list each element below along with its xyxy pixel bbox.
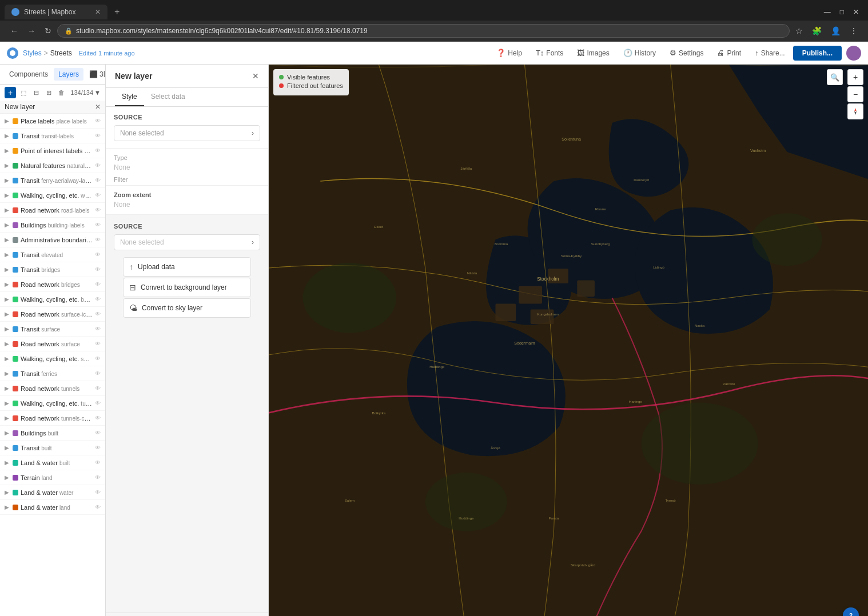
layer-item-place-labels[interactable]: ▶ Place labels place-labels 👁	[0, 114, 105, 129]
add-layer-btn[interactable]: +	[5, 87, 16, 98]
print-btn[interactable]: 🖨 Print	[711, 46, 747, 59]
window-close-btn[interactable]: ✕	[849, 6, 863, 18]
eye-icon[interactable]: 👁	[95, 296, 101, 302]
bookmark-btn[interactable]: ☆	[792, 24, 806, 38]
eye-icon[interactable]: 👁	[95, 385, 101, 391]
layer-item-walk-tunnels[interactable]: ▶ Walking, cycling, etc. tunnels 👁	[0, 396, 105, 411]
layer-item-road-tunnels-case[interactable]: ▶ Road network tunnels-case 👁	[0, 411, 105, 426]
eye-icon[interactable]: 👁	[95, 222, 101, 228]
zoom-out-btn[interactable]: −	[847, 86, 863, 102]
forward-btn[interactable]: →	[24, 24, 39, 38]
layer-item-natural-labels[interactable]: ▶ Natural features natural-labels 👁	[0, 158, 105, 173]
eye-icon[interactable]: 👁	[95, 430, 101, 436]
images-btn[interactable]: 🖼 Images	[571, 46, 615, 59]
eye-icon[interactable]: 👁	[95, 207, 101, 213]
layer-item-walk-surface[interactable]: ▶ Walking, cycling, etc. surface 👁	[0, 351, 105, 366]
layer-item-road-labels[interactable]: ▶ Road network road-labels 👁	[0, 203, 105, 218]
compass-btn[interactable]	[847, 103, 863, 119]
layer-delete-btn[interactable]: 🗑	[56, 87, 66, 98]
layer-item-buildings-built[interactable]: ▶ Buildings built 👁	[0, 426, 105, 441]
eye-icon[interactable]: 👁	[95, 415, 101, 421]
layer-item-road-bridges[interactable]: ▶ Road network bridges 👁	[0, 277, 105, 292]
refresh-btn[interactable]: ↻	[41, 24, 55, 38]
layer-item-land-water-water[interactable]: ▶ Land & water water 👁	[0, 485, 105, 500]
help-btn[interactable]: ❓ Help	[491, 46, 528, 59]
eye-icon[interactable]: 👁	[95, 281, 101, 287]
eye-icon[interactable]: 👁	[95, 504, 101, 510]
tab-close-btn[interactable]: ✕	[95, 8, 101, 16]
notification-btn[interactable]: 2	[843, 607, 859, 616]
layer-item-road-tunnels[interactable]: ▶ Road network tunnels 👁	[0, 381, 105, 396]
eye-icon[interactable]: 👁	[95, 177, 101, 183]
layer-item-ferry-labels[interactable]: ▶ Transit ferry-aerialway-labels 👁	[0, 173, 105, 188]
layer-icon-btn-3[interactable]: ⊞	[43, 87, 54, 98]
layer-item-land-water-built[interactable]: ▶ Land & water built 👁	[0, 455, 105, 470]
eye-icon[interactable]: 👁	[95, 400, 101, 406]
eye-icon[interactable]: 👁	[95, 489, 101, 495]
tab-components[interactable]: Components	[5, 68, 53, 81]
user-avatar[interactable]	[846, 46, 861, 61]
layer-item-road-surface[interactable]: ▶ Road network surface 👁	[0, 337, 105, 351]
zoom-in-btn[interactable]: +	[847, 69, 863, 85]
tab-select-data[interactable]: Select data	[144, 88, 192, 106]
eye-icon[interactable]: 👁	[95, 326, 101, 332]
eye-icon[interactable]: 👁	[95, 118, 101, 124]
eye-icon[interactable]: 👁	[95, 266, 101, 273]
settings-btn[interactable]: ⚙ Settings	[664, 46, 709, 59]
window-maximize-btn[interactable]: □	[835, 6, 849, 18]
styles-nav-link[interactable]: Styles	[23, 49, 42, 57]
fonts-btn[interactable]: T↕ Fonts	[530, 46, 569, 59]
window-minimize-btn[interactable]: —	[819, 6, 835, 18]
upload-data-btn[interactable]: ↑ Upload data	[123, 257, 251, 277]
layer-icon-btn-1[interactable]: ⬚	[18, 87, 29, 98]
extensions-btn[interactable]: 🧩	[809, 24, 825, 38]
eye-icon[interactable]: 👁	[95, 370, 101, 377]
eye-icon[interactable]: 👁	[95, 192, 101, 198]
layer-item-transit-bridges[interactable]: ▶ Transit bridges 👁	[0, 262, 105, 277]
layer-item-transit-elevated[interactable]: ▶ Transit elevated 👁	[0, 247, 105, 262]
layer-item-poi-labels[interactable]: ▶ Point of interest labels poi-labels 👁	[0, 143, 105, 158]
tab-style[interactable]: Style	[115, 88, 144, 106]
details-section[interactable]: ▶ Details	[106, 613, 268, 616]
new-tab-btn[interactable]: +	[107, 3, 210, 21]
layer-item-land-water-land[interactable]: ▶ Land & water land 👁	[0, 500, 105, 515]
eye-icon[interactable]: 👁	[95, 147, 101, 154]
tab-3d[interactable]: ⬛ 3D	[85, 68, 106, 81]
convert-bg-btn[interactable]: ⊟ Convert to background layer	[123, 278, 251, 297]
eye-icon[interactable]: 👁	[95, 459, 101, 466]
layer-item-building-labels[interactable]: ▶ Buildings building-labels 👁	[0, 218, 105, 233]
convert-sky-btn[interactable]: 🌤 Convert to sky layer	[123, 298, 251, 318]
map-area[interactable]: Stockholm Sollentuna Järfälla Danderyd E…	[269, 65, 868, 616]
filter-icon[interactable]: ▼	[94, 89, 101, 96]
layer-item-admin[interactable]: ▶ Administrative boundaries admin 👁	[0, 233, 105, 247]
active-tab[interactable]: Streets | Mapbox ✕	[5, 5, 107, 19]
new-layer-name-input[interactable]	[5, 103, 95, 111]
layer-item-terrain-land[interactable]: ▶ Terrain land 👁	[0, 470, 105, 485]
share-btn[interactable]: ↑ Share...	[749, 46, 791, 59]
eye-icon[interactable]: 👁	[95, 311, 101, 317]
new-layer-close-btn[interactable]: ✕	[95, 103, 101, 111]
eye-icon[interactable]: 👁	[95, 445, 101, 451]
address-bar[interactable]: 🔒 studio.mapbox.com/styles/matsenstein/c…	[57, 24, 790, 38]
layer-item-walk-barriers[interactable]: ▶ Walking, cycling, etc. barriers-bridge…	[0, 292, 105, 307]
layer-item-transit-surface[interactable]: ▶ Transit surface 👁	[0, 322, 105, 337]
new-layer-close-btn[interactable]: ✕	[252, 71, 259, 81]
layer-item-walking[interactable]: ▶ Walking, cycling, etc. walking-cycling…	[0, 188, 105, 203]
eye-icon[interactable]: 👁	[95, 355, 101, 362]
source-input-wrap[interactable]: None selected ›	[114, 125, 260, 141]
eye-icon[interactable]: 👁	[95, 251, 101, 258]
eye-icon[interactable]: 👁	[95, 474, 101, 481]
rp-source-select[interactable]: None selected ›	[114, 234, 260, 250]
layer-item-transit-built[interactable]: ▶ Transit built 👁	[0, 441, 105, 455]
eye-icon[interactable]: 👁	[95, 133, 101, 139]
layer-item-transit-labels[interactable]: ▶ Transit transit-labels 👁	[0, 129, 105, 143]
history-btn[interactable]: 🕐 History	[618, 46, 662, 59]
profile-btn[interactable]: 👤	[827, 24, 844, 38]
eye-icon[interactable]: 👁	[95, 237, 101, 243]
eye-icon[interactable]: 👁	[95, 162, 101, 169]
browser-menu-btn[interactable]: ⋮	[846, 24, 861, 38]
layer-item-transit-ferries[interactable]: ▶ Transit ferries 👁	[0, 366, 105, 381]
layer-item-road-surface-icons[interactable]: ▶ Road network surface-icons 👁	[0, 307, 105, 322]
publish-btn[interactable]: Publish...	[793, 46, 842, 61]
layer-icon-btn-2[interactable]: ⊟	[31, 87, 41, 98]
